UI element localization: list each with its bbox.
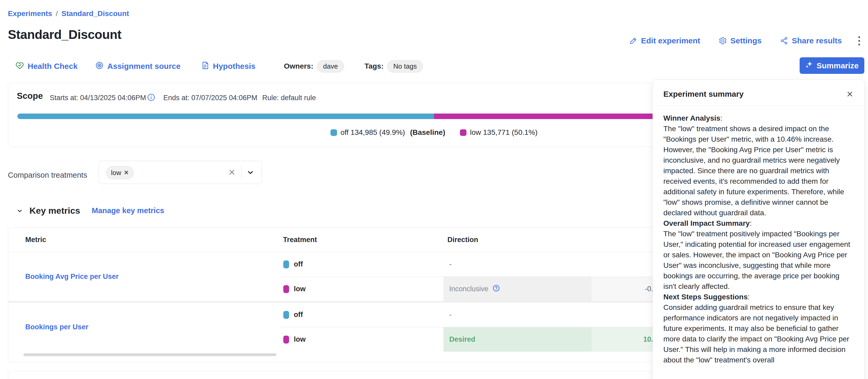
breadcrumb-experiments-link[interactable]: Experiments [8,9,52,18]
comparison-treatments-label: Comparison treatments [8,171,87,179]
tags-label: Tags: [365,62,384,70]
horizontal-scrollbar-thumb[interactable] [23,353,276,356]
legend-item-low: low 135,771 (50.1%) [460,128,538,137]
allocation-segment-off [18,113,434,119]
summary-section-body: The "low" treatment positively impacted … [663,229,854,292]
metric-link-booking-avg-price[interactable]: Booking Avg Price per User [25,273,119,281]
summary-section-body: Consider adding guardrail metrics to ens… [663,302,854,365]
clear-selection-icon[interactable]: ✕ [228,161,236,184]
chevron-down-icon[interactable] [246,161,255,184]
key-metrics-header: Key metrics Manage key metrics [16,206,164,216]
document-icon [201,61,210,72]
share-results-button[interactable]: Share results [780,36,842,45]
panel-title: Experiment summary [663,90,854,99]
column-header-treatment: Treatment [283,228,317,252]
summary-section: Overall Impact Summary: The "low" treatm… [663,218,854,292]
off-color-swatch [283,311,289,319]
off-color-swatch [330,129,337,136]
breadcrumb: Experiments / Standard_Discount [8,9,129,18]
treatment-chip-low[interactable]: low ✕ [106,166,134,179]
tags-pill[interactable]: No tags [387,60,423,73]
scope-rule: Rule: default rule [262,94,316,102]
low-color-swatch [283,285,289,293]
experiment-meta-row: Health Check Assignment source Hypothesi… [15,59,423,74]
assignment-source-link[interactable]: Assignment source [95,61,180,72]
metric-link-bookings-per-user[interactable]: Bookings per User [25,323,88,331]
collapse-chevron-icon[interactable] [16,207,24,215]
edit-experiment-button[interactable]: Edit experiment [629,36,700,45]
breadcrumb-current-link[interactable]: Standard_Discount [62,9,129,18]
column-header-direction: Direction [447,228,478,252]
settings-button[interactable]: Settings [719,36,762,45]
owner-pill[interactable]: dave [317,60,344,73]
off-color-swatch [283,261,289,268]
direction-cell: - [443,303,592,327]
comparison-treatments-select[interactable]: low ✕ ✕ [99,161,262,184]
hypothesis-link[interactable]: Hypothesis [201,61,256,72]
heart-check-icon [15,61,24,72]
allocation-legend: off 134,985 (49.9%) (Baseline) low 135,7… [330,128,537,137]
experiment-summary-panel: Experiment summary Winner Analysis: The … [653,79,865,379]
info-icon[interactable] [147,93,155,103]
header-actions: Edit experiment Settings Share results [629,34,863,48]
health-check-link[interactable]: Health Check [15,61,78,72]
legend-item-off: off 134,985 (49.9%) (Baseline) [330,128,445,137]
summary-section-body: The "low" treatment shows a desired impa… [663,124,854,218]
scope-starts-at: Starts at: 04/13/2025 04:06PM [50,94,146,102]
share-icon [780,37,788,45]
panel-body: Winner Analysis: The "low" treatment sho… [653,106,864,365]
manage-key-metrics-link[interactable]: Manage key metrics [92,206,164,215]
key-metrics-title: Key metrics [29,206,80,216]
summarize-button[interactable]: Summarize [800,57,864,74]
scope-ends-at: Ends at: 07/07/2025 04:06PM [163,94,257,102]
page-title: Standard_Discount [8,27,122,42]
chip-remove-icon[interactable]: ✕ [124,169,129,176]
select-divider [241,166,242,179]
column-header-metric: Metric [25,228,46,252]
scope-title: Scope [17,91,43,101]
owners-label: Owners: [284,62,313,70]
summary-section: Winner Analysis: The "low" treatment sho… [663,113,854,218]
target-icon [95,61,104,72]
low-color-swatch [283,336,289,344]
breadcrumb-separator: / [56,9,58,18]
sparkles-icon [805,61,813,70]
low-color-swatch [460,129,467,136]
more-options-kebab-menu[interactable] [856,35,863,47]
close-icon[interactable] [845,89,855,100]
gear-icon [719,37,727,45]
summary-section: Next Steps Suggestions: Consider adding … [663,292,854,365]
question-circle-icon[interactable] [492,284,500,294]
direction-cell: Desired [443,327,592,352]
direction-cell: - [443,252,592,276]
direction-cell: Inconclusive [443,277,592,301]
pencil-icon [629,37,638,45]
